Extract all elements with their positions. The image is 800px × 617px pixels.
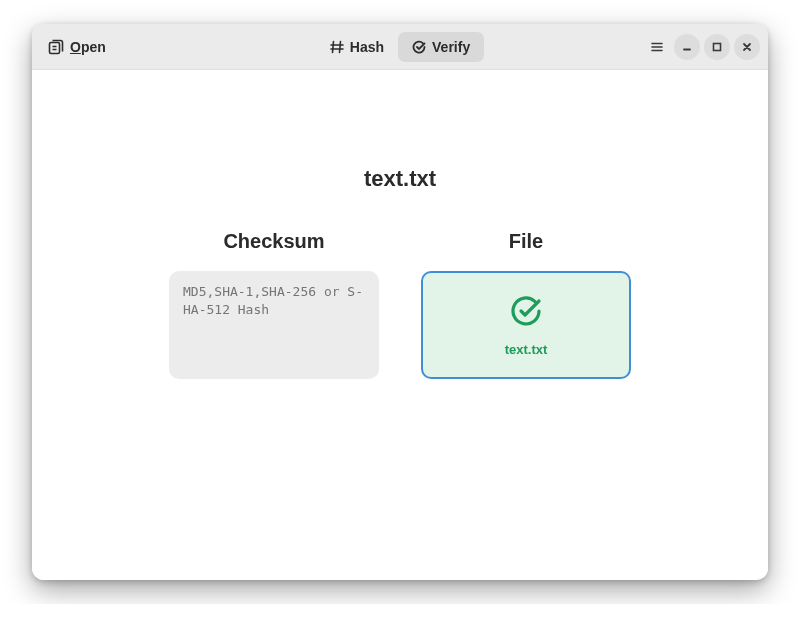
- close-icon: [741, 41, 753, 53]
- hamburger-icon: [650, 40, 664, 54]
- page-title: text.txt: [364, 166, 436, 192]
- checksum-column: Checksum: [169, 230, 379, 379]
- main-content: text.txt Checksum File text.txt: [32, 70, 768, 580]
- minimize-button[interactable]: [674, 34, 700, 60]
- tab-verify[interactable]: Verify: [398, 32, 484, 62]
- checksum-heading: Checksum: [223, 230, 324, 253]
- checksum-input[interactable]: [169, 271, 379, 379]
- tab-hash-label: Hash: [350, 39, 384, 55]
- open-button-label: Open: [70, 39, 106, 55]
- tab-hash[interactable]: Hash: [316, 32, 398, 62]
- check-circle-icon: [509, 294, 543, 332]
- file-dropzone[interactable]: text.txt: [421, 271, 631, 379]
- maximize-button[interactable]: [704, 34, 730, 60]
- svg-rect-1: [714, 43, 721, 50]
- file-column: File text.txt: [421, 230, 631, 379]
- verify-columns: Checksum File text.txt: [169, 230, 631, 379]
- tab-verify-label: Verify: [432, 39, 470, 55]
- open-file-icon: [48, 39, 64, 55]
- close-button[interactable]: [734, 34, 760, 60]
- file-heading: File: [509, 230, 543, 253]
- hash-icon: [330, 40, 344, 54]
- maximize-icon: [711, 41, 723, 53]
- app-window: Open Hash: [32, 24, 768, 580]
- svg-rect-0: [50, 42, 60, 53]
- dropped-file-name: text.txt: [505, 342, 548, 357]
- view-switcher: Hash Verify: [316, 32, 484, 62]
- menu-button[interactable]: [644, 34, 670, 60]
- minimize-icon: [681, 41, 693, 53]
- header-bar: Open Hash: [32, 24, 768, 70]
- verify-icon: [412, 40, 426, 54]
- open-button[interactable]: Open: [40, 35, 114, 59]
